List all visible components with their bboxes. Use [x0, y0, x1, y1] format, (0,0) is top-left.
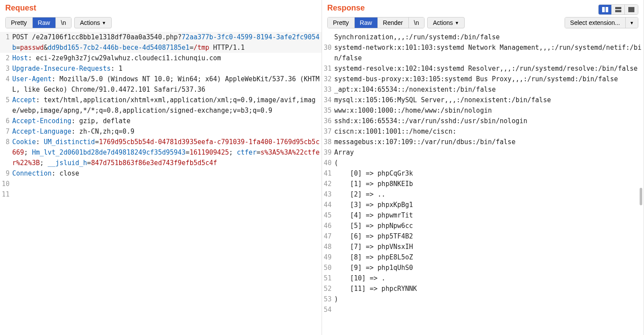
- response-line[interactable]: 53): [322, 294, 644, 304]
- response-line[interactable]: 47 [6] => php5TF4B2: [322, 231, 644, 242]
- layout-rows-icon[interactable]: [612, 5, 625, 14]
- response-line[interactable]: 44 [3] => phpxKpBg1: [322, 200, 644, 210]
- response-line[interactable]: 49 [8] => phpE8L5oZ: [322, 252, 644, 262]
- response-toolbar: Pretty Raw Render \n Actions ▼ Select ex…: [322, 15, 644, 32]
- request-toolbar: Pretty Raw \n Actions ▼: [0, 15, 322, 32]
- request-line[interactable]: 4User-Agent: Mozilla/5.0 (Windows NT 10.…: [0, 74, 322, 95]
- response-line[interactable]: 45 [4] => phpwmrTit: [322, 210, 644, 221]
- response-line[interactable]: 51 [10] => .: [322, 273, 644, 283]
- request-editor[interactable]: 1POST /e2a7106f1cc8bb1e1318df70aa0a3540.…: [0, 32, 322, 335]
- response-tab-pretty[interactable]: Pretty: [328, 17, 355, 28]
- response-line[interactable]: 40(: [322, 158, 644, 168]
- request-line[interactable]: 8Cookie: UM_distinctid=1769d95cb5b54d-04…: [0, 137, 322, 168]
- response-line[interactable]: 38messagebus:x:107:109::/var/run/dbus:/b…: [322, 137, 644, 147]
- request-pane: Request Pretty Raw \n Actions ▼ 1POST /e…: [0, 0, 322, 335]
- request-tab-pretty[interactable]: Pretty: [6, 17, 33, 28]
- response-line[interactable]: 30systemd-network:x:101:103:systemd Netw…: [322, 42, 644, 63]
- chevron-down-icon: ▼: [455, 21, 459, 25]
- scrollbar-thumb[interactable]: [640, 188, 642, 205]
- response-line[interactable]: 31systemd-resolve:x:102:104:systemd Reso…: [322, 63, 644, 74]
- response-line[interactable]: 54: [322, 304, 644, 315]
- response-line[interactable]: 39Array: [322, 147, 644, 158]
- response-line[interactable]: 42 [1] => php8NKEIb: [322, 179, 644, 189]
- response-line[interactable]: Synchronization,,,:/run/systemd:/bin/fal…: [322, 32, 644, 42]
- request-line[interactable]: 9Connection: close: [0, 168, 322, 179]
- request-title: Request: [5, 3, 316, 13]
- response-actions-button[interactable]: Actions ▼: [427, 17, 465, 28]
- layout-single-icon[interactable]: [625, 5, 638, 14]
- response-line[interactable]: 37ciscn:x:1001:1001::/home/ciscn:: [322, 126, 644, 137]
- response-line[interactable]: 34mysql:x:105:106:MySQL Server,,,:/nonex…: [322, 95, 644, 105]
- response-line[interactable]: 46 [5] => phpNpw6cc: [322, 221, 644, 231]
- request-line[interactable]: 11: [0, 189, 322, 200]
- request-line[interactable]: 3Upgrade-Insecure-Requests: 1: [0, 63, 322, 74]
- svg-rect-0: [602, 7, 605, 12]
- response-line[interactable]: 48 [7] => phpVNsxIH: [322, 242, 644, 252]
- extension-select[interactable]: Select extension... ▼: [565, 17, 638, 28]
- response-pane: Response Pretty Raw Render \n Actions ▼ …: [322, 0, 644, 335]
- layout-columns-icon[interactable]: [599, 5, 612, 14]
- request-line[interactable]: 6Accept-Encoding: gzip, deflate: [0, 116, 322, 126]
- request-line[interactable]: 10: [0, 179, 322, 189]
- response-tab-raw[interactable]: Raw: [355, 17, 378, 28]
- request-tab-newline[interactable]: \n: [56, 17, 72, 28]
- response-line[interactable]: 36sshd:x:106:65534::/var/run/sshd:/usr/s…: [322, 116, 644, 126]
- response-editor[interactable]: Synchronization,,,:/run/systemd:/bin/fal…: [322, 32, 644, 335]
- request-line[interactable]: 2Host: eci-2ze9gh3z7jcw29alwhuz.cloudeci…: [0, 53, 322, 63]
- response-line[interactable]: 33_apt:x:104:65534::/nonexistent:/bin/fa…: [322, 84, 644, 95]
- request-tab-raw[interactable]: Raw: [33, 17, 56, 28]
- request-actions-button[interactable]: Actions ▼: [74, 17, 112, 28]
- svg-rect-1: [606, 7, 608, 12]
- chevron-down-icon: ▼: [102, 21, 106, 25]
- response-line[interactable]: 52 [11] => phpcRYNNK: [322, 283, 644, 294]
- response-line[interactable]: 41 [0] => phpCqGr3k: [322, 168, 644, 179]
- request-line[interactable]: 5Accept: text/html,application/xhtml+xml…: [0, 95, 322, 116]
- layout-toggle: [598, 4, 638, 15]
- response-line[interactable]: 50 [9] => php1qUhS0: [322, 262, 644, 273]
- request-line[interactable]: 7Accept-Language: zh-CN,zh;q=0.9: [0, 126, 322, 137]
- response-line[interactable]: 35www:x:1000:1000::/home/www:/sbin/nolog…: [322, 105, 644, 116]
- response-line[interactable]: 43 [2] => ..: [322, 189, 644, 200]
- request-line[interactable]: 1POST /e2a7106f1cc8bb1e1318df70aa0a3540.…: [0, 32, 322, 53]
- response-tab-newline[interactable]: \n: [409, 17, 425, 28]
- response-line[interactable]: 32systemd-bus-proxy:x:103:105:systemd Bu…: [322, 74, 644, 84]
- svg-rect-2: [615, 7, 621, 9]
- svg-rect-4: [628, 7, 634, 12]
- svg-rect-3: [615, 10, 621, 12]
- response-tab-render[interactable]: Render: [378, 17, 409, 28]
- chevron-down-icon[interactable]: ▼: [626, 17, 638, 28]
- response-title: Response: [327, 3, 638, 13]
